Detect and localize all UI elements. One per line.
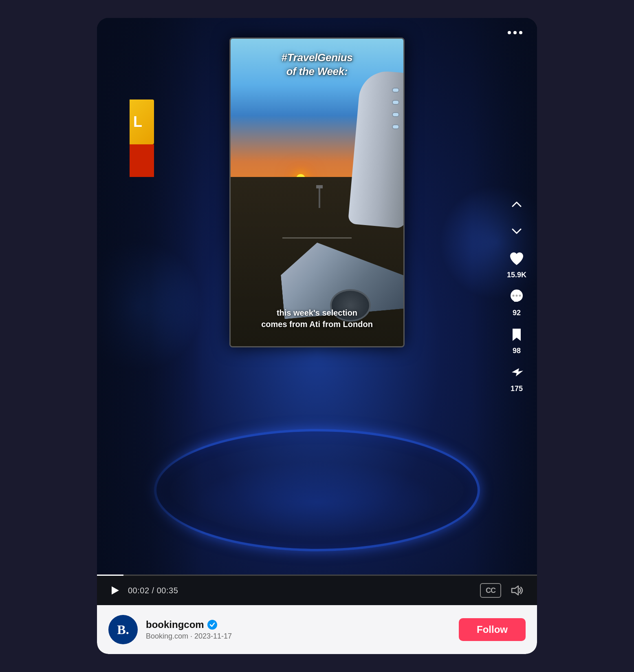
comment-icon (506, 286, 527, 307)
like-count: 15.9K (507, 271, 526, 279)
dot-1 (508, 31, 511, 34)
bookmark-icon (506, 324, 527, 345)
plane-window-1 (392, 88, 399, 93)
bookmark-button[interactable]: 98 (506, 324, 527, 355)
controls-bar: 00:02 / 00:35 CC (97, 576, 537, 605)
avatar: B. (108, 615, 138, 644)
play-button[interactable] (108, 584, 121, 597)
dot-2 (513, 31, 517, 34)
plane-window-4 (392, 124, 399, 129)
svg-marker-7 (112, 586, 119, 595)
time-current: 00:02 (128, 586, 150, 595)
comment-button[interactable]: 92 (506, 286, 527, 317)
cc-label: CC (486, 586, 495, 595)
follow-button[interactable]: Follow (459, 618, 526, 641)
account-info: bookingcom Booking.com · 2023-11-17 (146, 619, 451, 641)
volume-button[interactable] (508, 583, 526, 598)
video-card: L (97, 18, 537, 654)
verified-badge (207, 620, 217, 630)
time-separator: / (150, 586, 157, 595)
info-bar: B. bookingcom Booking.com · 2023-11-17 F… (97, 605, 537, 654)
plane-windows (392, 88, 399, 129)
time-total: 00:35 (157, 586, 178, 595)
svg-point-3 (513, 295, 515, 297)
studio-arc (154, 429, 480, 551)
previous-button[interactable] (508, 196, 526, 214)
dot-3 (519, 31, 522, 34)
svg-point-4 (516, 295, 518, 297)
svg-point-5 (519, 295, 521, 297)
progress-fill (97, 575, 123, 576)
account-name-row: bookingcom (146, 619, 451, 630)
account-name-text: bookingcom (146, 619, 204, 630)
inner-video-frame: #TravelGenius of the Week: this week's s… (229, 38, 405, 347)
video-title-overlay: #TravelGenius of the Week: (231, 51, 403, 79)
comment-count: 92 (513, 309, 521, 317)
plane-window-2 (392, 100, 399, 105)
share-button[interactable]: 175 (506, 362, 527, 393)
more-options-dots[interactable] (508, 31, 522, 34)
next-button[interactable] (508, 222, 526, 240)
share-count: 175 (511, 385, 523, 393)
video-area: L (97, 18, 537, 576)
like-button[interactable]: 15.9K (506, 248, 527, 279)
cc-button[interactable]: CC (480, 583, 501, 598)
progress-bar-area[interactable] (97, 575, 537, 576)
actions-rail: 15.9K 92 (506, 196, 527, 398)
plane-window-3 (392, 112, 399, 117)
avatar-letter: B. (117, 622, 129, 637)
right-panel-overlay (472, 18, 537, 576)
bookmark-count: 98 (513, 347, 521, 355)
svg-marker-8 (512, 586, 518, 595)
heart-icon (506, 248, 527, 269)
time-display: 00:02 / 00:35 (128, 586, 473, 595)
account-subtitle: Booking.com · 2023-11-17 (146, 632, 232, 640)
video-caption-overlay: this week's selection comes from Ati fro… (231, 307, 403, 330)
share-icon (506, 362, 527, 383)
